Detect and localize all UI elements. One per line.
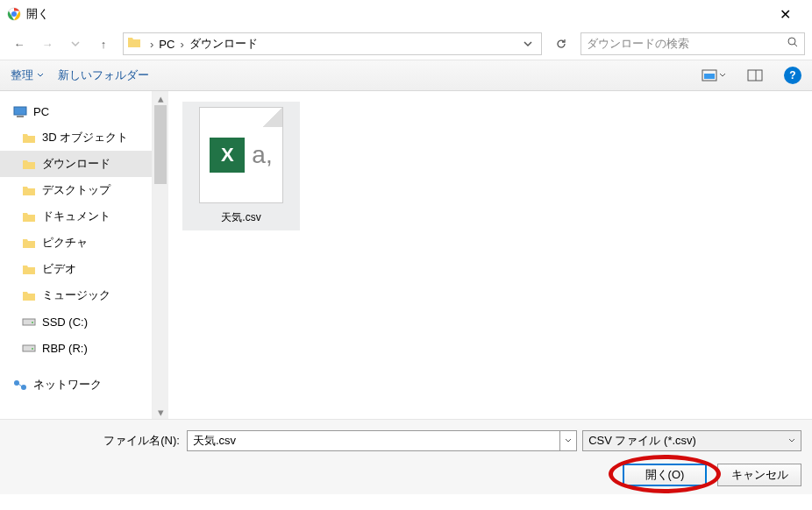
cancel-button[interactable]: キャンセル (717, 464, 801, 486)
folder-icon (21, 209, 37, 224)
breadcrumb-downloads[interactable]: ダウンロード (188, 36, 260, 52)
chrome-icon (7, 7, 21, 21)
scroll-up-arrow[interactable]: ▴ (153, 91, 168, 105)
tree-item-downloads[interactable]: ダウンロード (0, 151, 152, 177)
svg-rect-8 (17, 116, 24, 117)
refresh-button[interactable] (549, 32, 573, 55)
svg-rect-5 (748, 70, 762, 81)
tree-item-documents[interactable]: ドキュメント (0, 203, 152, 230)
svg-rect-4 (704, 74, 715, 79)
new-folder-button[interactable]: 新しいフォルダー (58, 67, 149, 83)
svg-point-2 (788, 38, 795, 45)
tree-item-network[interactable]: ネットワーク (0, 372, 152, 398)
chevron-right-icon[interactable]: › (146, 38, 157, 51)
scroll-thumb[interactable] (154, 105, 167, 184)
tree-item-pictures[interactable]: ピクチャ (0, 230, 152, 256)
file-list[interactable]: X a, 天気.csv (168, 91, 812, 419)
svg-point-14 (21, 385, 26, 390)
main-area: PC 3D オブジェクト ダウンロード デスクトップ ドキュメント ピクチャ ビ… (0, 91, 812, 419)
folder-icon (21, 261, 37, 277)
breadcrumb-dropdown[interactable] (518, 38, 538, 51)
search-input[interactable]: ダウンロードの検索 (581, 32, 805, 55)
organize-button[interactable]: 整理 (11, 67, 44, 83)
network-icon (12, 377, 28, 393)
title-bar: 開く ✕ (0, 0, 812, 28)
tree-item-pc[interactable]: PC (0, 98, 152, 124)
filename-dropdown[interactable] (560, 430, 577, 451)
up-button[interactable]: ↑ (91, 32, 116, 56)
tree-item-videos[interactable]: ビデオ (0, 256, 152, 282)
help-button[interactable]: ? (784, 67, 801, 84)
pc-icon (12, 103, 28, 119)
svg-line-15 (18, 384, 22, 386)
tree-item-desktop[interactable]: デスクトップ (0, 177, 152, 203)
folder-icon (21, 182, 37, 198)
recent-dropdown[interactable] (63, 32, 88, 56)
dialog-footer: ファイル名(N): CSV ファイル (*.csv) 開く(O) キャンセル (0, 419, 812, 494)
folder-icon (21, 235, 37, 251)
filetype-select[interactable]: CSV ファイル (*.csv) (582, 430, 801, 451)
csv-glyph: a, (252, 141, 272, 169)
svg-point-12 (32, 348, 33, 350)
svg-point-10 (32, 322, 33, 323)
chevron-right-icon[interactable]: › (176, 38, 187, 51)
navigation-bar: ← → ↑ › PC › ダウンロード ダウンロードの検索 (0, 28, 812, 60)
folder-icon (21, 130, 37, 145)
breadcrumb-pc[interactable]: PC (157, 38, 176, 51)
search-placeholder: ダウンロードの検索 (587, 36, 787, 52)
preview-pane-button[interactable] (747, 69, 763, 81)
breadcrumb[interactable]: › PC › ダウンロード (123, 32, 542, 55)
folder-icon (127, 36, 143, 52)
folder-icon (21, 156, 37, 172)
svg-rect-9 (23, 319, 35, 325)
scroll-down-arrow[interactable]: ▾ (153, 405, 168, 419)
file-name: 天気.csv (221, 210, 260, 225)
drive-icon (21, 340, 37, 356)
file-thumbnail: X a, (199, 107, 283, 203)
navigation-tree: PC 3D オブジェクト ダウンロード デスクトップ ドキュメント ピクチャ ビ… (0, 91, 153, 419)
close-button[interactable]: ✕ (766, 6, 805, 23)
open-button[interactable]: 開く(O) (623, 464, 707, 486)
svg-rect-7 (14, 107, 26, 115)
search-icon[interactable] (787, 37, 799, 51)
toolbar: 整理 新しいフォルダー ? (0, 60, 812, 91)
tree-item-3d[interactable]: 3D オブジェクト (0, 124, 152, 151)
svg-rect-11 (23, 345, 35, 351)
tree-scrollbar[interactable]: ▴ ▾ (153, 91, 168, 419)
svg-point-1 (11, 11, 17, 17)
folder-icon (21, 287, 37, 303)
file-item-csv[interactable]: X a, 天気.csv (182, 102, 300, 230)
tree-item-music[interactable]: ミュージック (0, 282, 152, 308)
forward-button[interactable]: → (35, 32, 60, 56)
back-button[interactable]: ← (7, 32, 32, 56)
filetype-text: CSV ファイル (*.csv) (588, 433, 788, 449)
svg-point-13 (14, 380, 19, 386)
view-button[interactable] (702, 69, 726, 81)
filename-input[interactable] (187, 430, 560, 451)
tree-item-rbp[interactable]: RBP (R:) (0, 335, 152, 361)
tree-item-ssd[interactable]: SSD (C:) (0, 308, 152, 335)
excel-icon: X (210, 138, 245, 173)
drive-icon (21, 314, 37, 329)
window-title: 開く (26, 6, 766, 22)
filename-label: ファイル名(N): (0, 433, 187, 449)
